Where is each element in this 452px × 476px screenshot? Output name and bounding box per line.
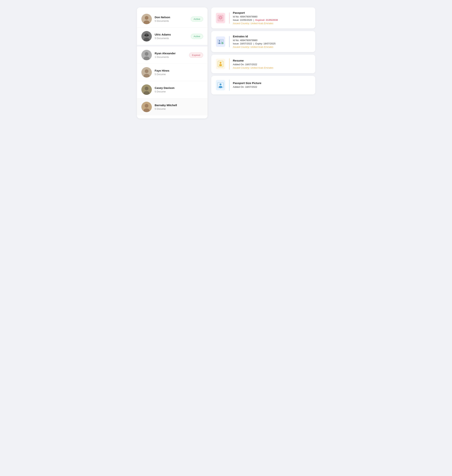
doc-info: Passport Size Picture Added On: 18/07/20… xyxy=(233,82,311,89)
doc-added: Added On: 18/07/2022 xyxy=(233,63,311,66)
person-name: Barnaby Mitchell xyxy=(155,103,203,107)
resume-icon xyxy=(215,59,226,69)
svg-point-1 xyxy=(145,16,148,20)
person-name: Ulric Adams xyxy=(155,33,188,36)
doc-country: Issued Country: United Arab Emirates xyxy=(233,66,311,69)
person-info: Ryan Alexander 1 Documents xyxy=(155,52,186,58)
doc-divider xyxy=(229,13,230,24)
person-row[interactable]: Don Nelson 5 Documents Active xyxy=(137,10,207,28)
status-badge: Active xyxy=(191,17,203,21)
svg-rect-34 xyxy=(218,61,223,67)
svg-point-39 xyxy=(219,83,221,85)
status-badge: Expired xyxy=(189,53,203,58)
doc-dates: Issue: 18/07/2022 | Expiry: 18/07/2025 xyxy=(233,42,311,45)
avatar xyxy=(141,84,152,95)
svg-point-13 xyxy=(145,69,148,73)
avatar xyxy=(141,67,152,78)
doc-id: Id No: 4894780978980 xyxy=(233,39,311,42)
person-row[interactable]: Ulric Adams 5 Documents Active xyxy=(137,28,207,45)
svg-point-36 xyxy=(219,64,222,66)
passport-icon xyxy=(215,13,226,23)
person-row[interactable]: Casey Davison 5 Docume xyxy=(137,81,207,98)
doc-info: Resume Added On: 18/07/2022 Issued Count… xyxy=(233,59,311,69)
avatar xyxy=(141,31,152,41)
person-info: Don Nelson 5 Documents xyxy=(155,16,188,22)
doc-info: Emirates Id Id No: 4894780978980 Issue: … xyxy=(233,35,311,48)
avatar xyxy=(141,50,152,60)
doc-title: Passport Size Picture xyxy=(233,82,311,85)
person-row[interactable]: Ryan Alexander 1 Documents Expired xyxy=(137,47,207,64)
person-row[interactable]: Barnaby Mitchell 5 Docume xyxy=(137,98,207,116)
document-card-passport-size-picture[interactable]: Passport Size Picture Added On: 18/07/20… xyxy=(211,76,315,95)
svg-point-29 xyxy=(218,42,220,44)
doc-country: Issued Country: United Arab Emirates xyxy=(233,46,311,48)
passport-size-picture-icon xyxy=(215,80,226,90)
doc-count: 5 Docume xyxy=(155,108,203,110)
svg-point-33 xyxy=(221,42,223,44)
doc-title: Emirates Id xyxy=(233,35,311,38)
doc-count: 5 Docume xyxy=(155,73,203,76)
document-list: Passport Id No: 4894780978980 Issue: 22/… xyxy=(211,7,315,95)
person-info: Ulric Adams 5 Documents xyxy=(155,33,188,40)
doc-count: 1 Documents xyxy=(155,56,186,58)
svg-point-10 xyxy=(145,52,148,56)
avatar xyxy=(141,102,152,112)
svg-point-28 xyxy=(219,40,220,42)
doc-added: Added On: 18/07/2022 xyxy=(233,86,311,88)
person-info: Barnaby Mitchell 5 Docume xyxy=(155,103,203,110)
doc-title: Passport xyxy=(233,11,311,14)
person-name: Ryan Alexander xyxy=(155,52,186,55)
doc-count: 5 Documents xyxy=(155,20,188,22)
person-list: Don Nelson 5 Documents Active Ulric Ada xyxy=(137,7,207,118)
doc-info: Passport Id No: 4894780978980 Issue: 22/… xyxy=(233,11,311,25)
doc-id: Id No: 4894780978980 xyxy=(233,15,311,18)
svg-rect-6 xyxy=(144,35,146,36)
doc-count: 5 Documents xyxy=(155,37,188,40)
document-card-emiratesid[interactable]: Emirates Id Id No: 4894780978980 Issue: … xyxy=(211,31,315,52)
svg-point-40 xyxy=(219,86,222,88)
svg-point-16 xyxy=(145,87,148,90)
doc-dates: Issue: 22/05/2020 | Expired: 21/05/2030 xyxy=(233,19,311,21)
doc-country: Issued Country: United Arab Emirates xyxy=(233,22,311,25)
person-name: Faye Hines xyxy=(155,69,203,72)
person-name: Don Nelson xyxy=(155,16,188,19)
svg-point-35 xyxy=(219,62,221,64)
svg-rect-7 xyxy=(147,35,149,36)
person-name: Casey Davison xyxy=(155,86,203,89)
doc-count: 5 Docume xyxy=(155,90,203,93)
emiratesid-icon xyxy=(215,36,226,47)
avatar xyxy=(141,14,152,24)
svg-rect-21 xyxy=(218,15,223,21)
doc-divider xyxy=(229,58,230,69)
person-info: Casey Davison 5 Docume xyxy=(155,86,203,93)
doc-title: Resume xyxy=(233,59,311,62)
svg-point-19 xyxy=(145,104,148,108)
section-separator xyxy=(137,45,207,47)
document-card-passport[interactable]: Passport Id No: 4894780978980 Issue: 22/… xyxy=(211,7,315,28)
doc-divider xyxy=(229,36,230,47)
page-container: Don Nelson 5 Documents Active Ulric Ada xyxy=(137,7,315,118)
person-info: Faye Hines 5 Docume xyxy=(155,69,203,76)
document-card-resume[interactable]: Resume Added On: 18/07/2022 Issued Count… xyxy=(211,55,315,73)
person-row[interactable]: Faye Hines 5 Docume xyxy=(137,64,207,81)
doc-divider xyxy=(229,80,230,91)
status-badge: Active xyxy=(191,34,203,39)
